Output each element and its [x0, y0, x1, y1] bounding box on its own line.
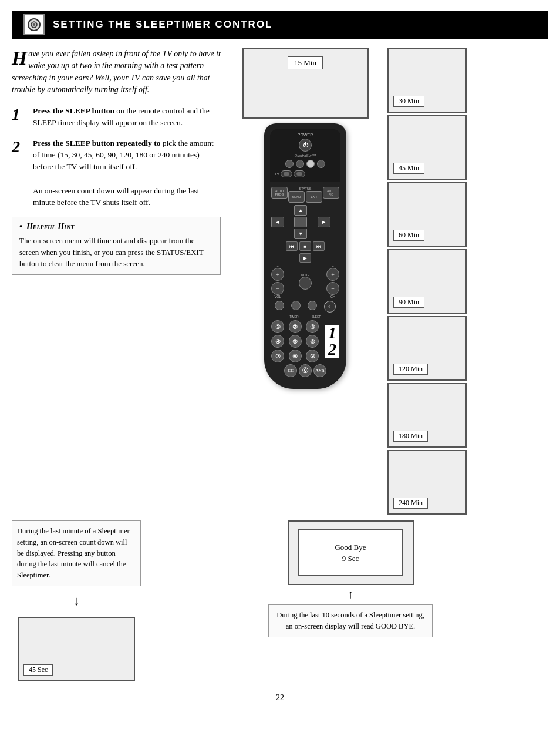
sleep-box-45min: 45 Min — [387, 115, 467, 180]
step-2-extra: An on-screen count down will appear duri… — [33, 186, 199, 207]
step-indicator: 1 2 — [325, 325, 339, 358]
ch-text: CH — [330, 295, 335, 298]
arrow-up-icon: ↑ — [348, 587, 353, 601]
power-button[interactable]: ⏻ — [299, 139, 312, 152]
small-btn-3[interactable] — [308, 301, 317, 310]
remote-wrapper: POWER ⏻ QuadraSurf™ — [264, 123, 346, 395]
goodbye-caption: During the last 10 seconds of a Sleeptim… — [268, 604, 433, 637]
steps-area: 1 Press the SLEEP button on the remote c… — [12, 105, 221, 209]
hint-title-text: • — [19, 222, 26, 231]
remote-top: POWER ⏻ QuadraSurf™ — [270, 129, 340, 182]
nav-center[interactable] — [294, 217, 307, 227]
nav-down-button[interactable]: ▼ — [294, 229, 307, 239]
page-title: Setting the Sleeptimer Control — [53, 19, 273, 31]
sleep-label: SLEEP — [312, 315, 321, 318]
vol-ch-row: + + − VOL MUTE + + — [271, 264, 339, 298]
label-240min: 240 Min — [393, 498, 428, 509]
sleep-row: ☾ — [271, 301, 339, 313]
nav-up-button[interactable]: ▲ — [294, 205, 307, 216]
arrow-down-icon: ↓ — [73, 593, 80, 609]
menu-button[interactable]: MENU — [288, 191, 305, 203]
auto-program-button[interactable]: AUTOPROG — [271, 187, 288, 199]
rewind-button[interactable]: ⏮ — [286, 241, 298, 251]
num-1[interactable]: ① — [271, 320, 284, 333]
sleep-box-180min: 180 Min — [387, 383, 467, 448]
vol-area: + + − VOL — [271, 264, 284, 298]
main-content-row: H ave you ever fallen asleep in front of… — [0, 48, 560, 515]
label-120min: 120 Min — [393, 364, 428, 375]
nav-right-button[interactable]: ► — [318, 217, 330, 227]
vcr-toggle[interactable] — [294, 170, 305, 177]
number-pad: ① ② ③ ④ ⑤ ⑥ ⑦ ⑧ ⑨ — [271, 320, 322, 362]
nav-spacer-1 — [271, 205, 284, 216]
sleep-box-90min: 90 Min — [387, 249, 467, 314]
mute-area: MUTE — [299, 273, 312, 290]
tv-selector: TV — [275, 170, 305, 177]
play-row: ▶ — [271, 253, 339, 263]
transport-row: ⏮ ■ ⏭ — [271, 241, 339, 251]
sleep-button[interactable]: ☾ — [324, 301, 336, 313]
source-selectors: TV — [274, 170, 337, 177]
page-header: Setting the Sleeptimer Control — [12, 11, 548, 39]
stop-button[interactable]: ■ — [299, 241, 311, 251]
ch-down-button[interactable]: − — [326, 282, 339, 295]
num-anr[interactable]: ANR — [313, 364, 326, 377]
step-2-number: 2 — [12, 139, 28, 155]
dot-1 — [285, 160, 294, 168]
sleep-box-60min: 60 Min — [387, 182, 467, 247]
num-6[interactable]: ⑥ — [306, 335, 319, 348]
fastforward-button[interactable]: ⏭ — [313, 241, 325, 251]
vol-up-button[interactable]: + — [271, 268, 284, 281]
step-1-text: Press the SLEEP button on the remote con… — [33, 105, 221, 129]
num-4[interactable]: ④ — [271, 335, 284, 348]
play-button[interactable]: ▶ — [299, 253, 311, 263]
status-exit-row: MENU EXIT — [288, 191, 322, 203]
sleep-box-240min: 240 Min — [387, 450, 467, 515]
remote-mid: AUTOPROG STATUS MENU EXIT AUTOPIC — [270, 184, 340, 379]
small-btn-2[interactable] — [291, 301, 301, 310]
status-area: STATUS MENU EXIT — [288, 187, 322, 203]
label-60min: 60 Min — [393, 230, 424, 241]
goodbye-inner: Good Bye 9 Sec — [298, 529, 403, 576]
num-cc[interactable]: CC — [284, 364, 297, 377]
tv-toggle[interactable] — [281, 170, 292, 177]
num-0[interactable]: ⓪ — [299, 364, 312, 377]
ch-up-button[interactable]: + — [326, 268, 339, 281]
sleep-icon: ☾ — [328, 304, 332, 310]
label-45sec: 45 Sec — [23, 664, 53, 676]
goodbye-label1: Good Bye — [335, 542, 366, 553]
num-5[interactable]: ⑤ — [289, 335, 302, 348]
drop-cap: H — [12, 51, 27, 66]
tv-label: TV — [275, 172, 279, 176]
label-45min: 45 Min — [393, 163, 424, 174]
right-column: 30 Min 45 Min 60 Min 90 Min 120 Min 180 … — [382, 48, 467, 515]
step-2-bold: Press the SLEEP button repeatedly to — [33, 139, 160, 147]
num-9[interactable]: ⑨ — [306, 350, 319, 362]
settings-icon — [23, 14, 45, 35]
vcr-toggle-inner — [296, 172, 302, 176]
hint-label: Helpful Hint — [26, 222, 74, 231]
step-2: 2 Press the SLEEP button repeatedly to p… — [12, 137, 221, 209]
small-btn-1[interactable] — [275, 301, 284, 310]
exit-button[interactable]: EXIT — [306, 191, 322, 203]
nav-left-button[interactable]: ◄ — [271, 217, 284, 227]
bottom-row: During the last minute of a Sleeptimer s… — [0, 515, 560, 681]
num-3[interactable]: ③ — [306, 320, 319, 333]
auto-picture-button[interactable]: AUTOPIC — [323, 187, 339, 199]
num-7[interactable]: ⑦ — [271, 350, 284, 362]
number-row: ① ② ③ ④ ⑤ ⑥ ⑦ ⑧ ⑨ 1 — [271, 320, 339, 362]
step-2-text: Press the SLEEP button repeatedly to pic… — [33, 137, 221, 209]
nav-cluster: ▲ ◄ ► ▼ — [271, 205, 339, 239]
power-row: ⏻ — [274, 139, 337, 152]
arrow-up-symbol: ↑ — [348, 587, 353, 600]
sec-screen: 45 Sec — [18, 617, 135, 681]
dot-3 — [306, 160, 315, 168]
num-2[interactable]: ② — [289, 320, 302, 333]
num-8[interactable]: ⑧ — [289, 350, 302, 362]
page: Setting the Sleeptimer Control H ave you… — [0, 0, 560, 710]
vol-down-button[interactable]: − — [271, 282, 284, 295]
label-180min: 180 Min — [393, 431, 428, 442]
middle-column: 15 Min POWER ⏻ QuadraSurf™ — [229, 48, 382, 395]
mute-button[interactable] — [299, 277, 312, 290]
intro-body: ave you ever fallen asleep in front of t… — [12, 49, 221, 94]
